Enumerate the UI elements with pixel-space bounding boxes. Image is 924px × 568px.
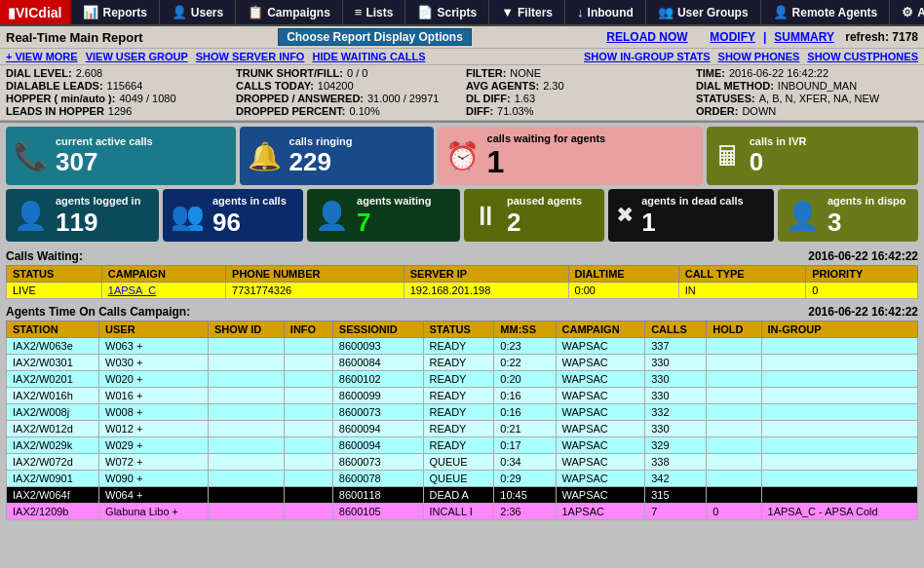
show-phones-link[interactable]: SHOW PHONES [718, 51, 800, 62]
cell-hold [707, 471, 761, 487]
nav-item-inbound[interactable]: ↓ Inbound [565, 0, 646, 24]
cell-mmss: 0:21 [494, 421, 556, 437]
cell-station: IAX2/1209b [7, 504, 99, 520]
agents-waiting-icon: 👤 [315, 200, 349, 232]
nav-item-user-groups[interactable]: 👥 User Groups [646, 0, 761, 24]
stat-calls-ivr: 🖩 calls in IVR 0 [707, 127, 918, 185]
cell-user: W072 + [99, 454, 209, 471]
col-campaign: CAMPAIGN [556, 322, 645, 338]
cell-campaign: WAPSAC [556, 471, 645, 487]
cell-info [284, 371, 332, 388]
cell-status: DEAD A [423, 487, 494, 504]
cell-calls: 7 [645, 504, 707, 520]
nav-item-lists[interactable]: ≡ Lists [343, 0, 406, 24]
bell-icon: 🔔 [248, 140, 282, 172]
cell-mmss: 0:16 [494, 388, 556, 404]
cell-hold: 0 [707, 504, 761, 520]
table-row: IAX2/W016hW016 +8600099READY0:16WAPSAC33… [7, 388, 918, 404]
cell-mmss: 10:45 [494, 487, 556, 504]
cell-calls: 315 [645, 487, 707, 504]
cell-info [284, 338, 332, 355]
cell-ingroup [761, 338, 917, 355]
cell-calls: 330 [645, 421, 707, 437]
view-more-link[interactable]: + VIEW MORE [6, 51, 78, 62]
stat-agents-logged-in: 👤 agents logged in 119 [6, 189, 159, 242]
page-title: Real-Time Main Report [6, 30, 143, 45]
cell-station: IAX2/W008j [7, 404, 99, 421]
cell-info [284, 404, 332, 421]
reports-icon: 📊 [83, 5, 98, 19]
stat-agents-dispo: 👤 agents in dispo 3 [778, 189, 918, 242]
remote-agents-icon: 👤 [773, 5, 789, 19]
hide-waiting-calls-link[interactable]: HIDE WAITING CALLS [312, 51, 425, 62]
cell-info [284, 355, 332, 371]
cell-calls: 342 [645, 471, 707, 487]
reload-now-link[interactable]: RELOAD NOW [606, 30, 687, 44]
modify-link[interactable]: MODIFY [710, 30, 755, 44]
cell-mmss: 0:17 [494, 437, 556, 454]
cell-info [284, 437, 332, 454]
col-mmss: MM:SS [494, 322, 556, 338]
top-navigation: ▮VICdial 📊 Reports 👤 Users 📋 Campaigns ≡… [0, 0, 924, 26]
cell-info [284, 504, 332, 520]
show-server-info-link[interactable]: SHOW SERVER INFO [196, 51, 305, 62]
cell-campaign: WAPSAC [556, 338, 645, 355]
cell-sessionid: 8600099 [332, 388, 423, 404]
cell-status: READY [423, 404, 494, 421]
table-row: IAX2/W012dW012 +8600094READY0:21WAPSAC33… [7, 421, 918, 437]
show-custphones-link[interactable]: SHOW CUSTPHONES [807, 51, 918, 62]
agent-logged-icon: 👤 [14, 200, 48, 232]
cell-campaign: WAPSAC [556, 421, 645, 437]
cell-ingroup [761, 404, 917, 421]
info-col-3: FILTER: NONE AVG AGENTS: 2.30 DL DIFF: 1… [466, 67, 688, 118]
pipe: | [763, 30, 766, 44]
calls-waiting-header-row: STATUS CAMPAIGN PHONE NUMBER SERVER IP D… [7, 266, 918, 283]
cell-show-id [208, 404, 284, 421]
cell-status: READY [423, 421, 494, 437]
cell-info [284, 454, 332, 471]
col-ingroup: IN-GROUP [761, 322, 917, 338]
cell-station: IAX2/W012d [7, 421, 99, 437]
cell-show-id [208, 355, 284, 371]
summary-link[interactable]: SUMMARY [774, 30, 834, 44]
table-row: LIVE1APSA_C7731774326192.168.201.1980:00… [7, 283, 918, 299]
nav-item-remote-agents[interactable]: 👤 Remote Agents [761, 0, 891, 24]
nav-item-scripts[interactable]: 📄 Scripts [405, 0, 489, 24]
col-call-type: CALL TYPE [678, 266, 806, 283]
cell-status: READY [423, 355, 494, 371]
phone-icon: 📞 [14, 140, 48, 172]
cell-campaign: WAPSAC [556, 454, 645, 471]
cell-calls: 332 [645, 404, 707, 421]
nav-item-campaigns[interactable]: 📋 Campaigns [236, 0, 343, 24]
table-row: IAX2/W072dW072 +8600073QUEUE0:34WAPSAC33… [7, 454, 918, 471]
col-info: INFO [284, 322, 332, 338]
view-user-group-link[interactable]: VIEW USER GROUP [86, 51, 188, 62]
agents-tbody: IAX2/W063eW063 +8600093READY0:23WAPSAC33… [7, 338, 918, 520]
table-row: IAX2/W008jW008 +8600073READY0:16WAPSAC33… [7, 404, 918, 421]
cell-mmss: 2:36 [494, 504, 556, 520]
cell-status: READY [423, 371, 494, 388]
stat-calls-ringing: 🔔 calls ringing 229 [240, 127, 434, 185]
cell-sessionid: 8600118 [332, 487, 423, 504]
nav-logo: ▮VICdial [0, 0, 71, 24]
cell-sessionid: 8600094 [332, 437, 423, 454]
nav-item-users[interactable]: 👤 Users [160, 0, 236, 24]
cell-station: IAX2/W0901 [7, 471, 99, 487]
cell-sessionid: 8600073 [332, 404, 423, 421]
cell-sessionid: 8600094 [332, 421, 423, 437]
inbound-icon: ↓ [577, 5, 584, 19]
cell-show-id [208, 388, 284, 404]
nav-item-reports[interactable]: 📊 Reports [71, 0, 159, 24]
cell-hold [707, 454, 761, 471]
cell-calls: 330 [645, 388, 707, 404]
nav-item-admin[interactable]: ⚙ Admin [890, 0, 924, 24]
show-in-group-stats-link[interactable]: SHOW IN-GROUP STATS [584, 51, 711, 62]
col-user: USER [99, 322, 209, 338]
cell-station: IAX2/W016h [7, 388, 99, 404]
calls-waiting-header: Calls Waiting: 2016-06-22 16:42:22 [6, 249, 918, 263]
cell-mmss: 0:34 [494, 454, 556, 471]
choose-report-button[interactable]: Choose Report Display Options [278, 28, 472, 46]
cell-show-id [208, 437, 284, 454]
refresh-text: refresh: 7178 [842, 30, 918, 44]
nav-item-filters[interactable]: ▼ Filters [489, 0, 565, 24]
